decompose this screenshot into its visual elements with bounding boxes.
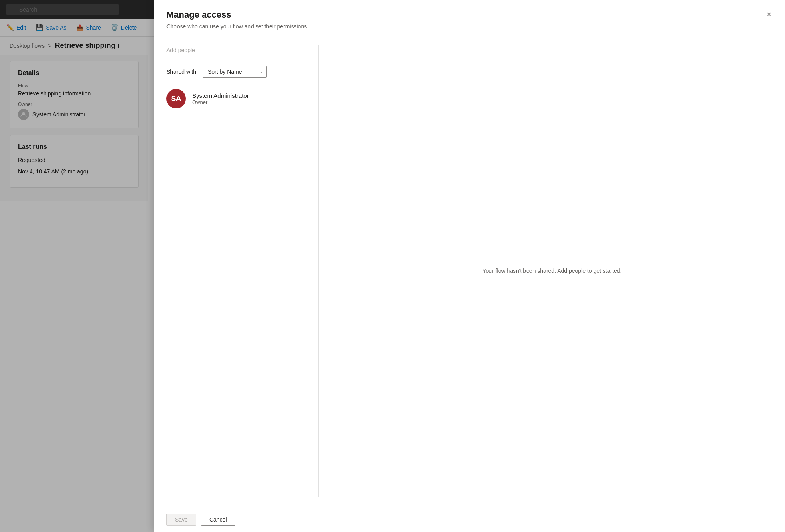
cancel-button[interactable]: Cancel	[201, 514, 235, 526]
user-role: Owner	[192, 99, 249, 105]
modal-right-column: Your flow hasn't been shared. Add people…	[319, 45, 772, 497]
modal-two-col: Shared with Sort by Name Sort by Role ⌄ …	[166, 45, 772, 497]
save-label: Save	[175, 516, 188, 523]
modal-subtitle: Choose who can use your flow and set the…	[166, 23, 772, 30]
modal-footer: Save Cancel	[154, 507, 785, 532]
user-initials: SA	[171, 95, 181, 103]
user-avatar: SA	[166, 89, 186, 108]
user-name: System Administrator	[192, 92, 249, 99]
shared-with-label: Shared with	[166, 69, 196, 75]
close-icon: ×	[767, 10, 771, 19]
modal-close-button[interactable]: ×	[763, 8, 775, 21]
empty-state-text: Your flow hasn't been shared. Add people…	[483, 268, 622, 274]
empty-state: Your flow hasn't been shared. Add people…	[483, 191, 622, 351]
sort-dropdown-wrapper: Sort by Name Sort by Role ⌄	[203, 66, 267, 78]
sort-dropdown[interactable]: Sort by Name Sort by Role	[203, 66, 267, 78]
save-button[interactable]: Save	[166, 514, 196, 526]
modal-title: Manage access	[166, 10, 772, 20]
manage-access-panel: Manage access Choose who can use your fl…	[154, 0, 785, 532]
user-info: System Administrator Owner	[192, 92, 249, 105]
modal-left-column: Shared with Sort by Name Sort by Role ⌄ …	[166, 45, 319, 497]
cancel-label: Cancel	[209, 516, 227, 523]
modal-body: Shared with Sort by Name Sort by Role ⌄ …	[154, 35, 785, 507]
user-item: SA System Administrator Owner	[166, 86, 306, 112]
shared-with-row: Shared with Sort by Name Sort by Role ⌄	[166, 66, 306, 78]
modal-header: Manage access Choose who can use your fl…	[154, 0, 785, 35]
add-people-input[interactable]	[166, 45, 306, 56]
